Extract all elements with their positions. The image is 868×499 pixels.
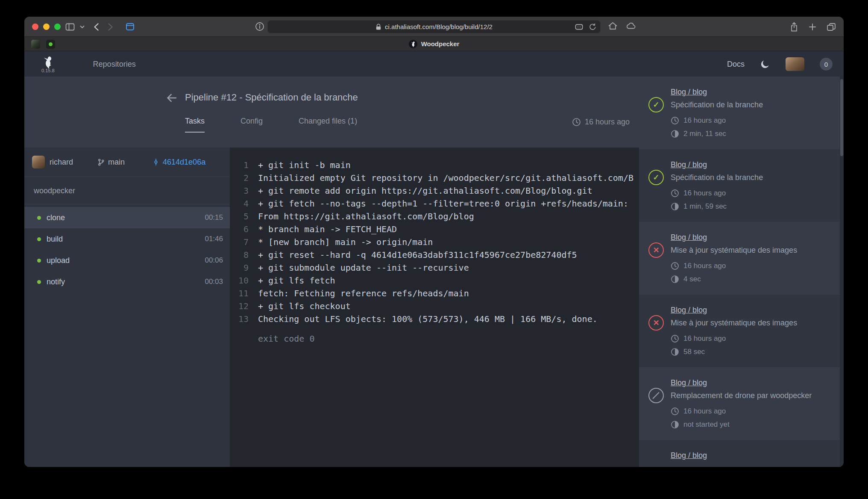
reload-icon[interactable] <box>588 23 596 31</box>
clock-icon <box>671 407 679 416</box>
start-page-icon[interactable] <box>126 23 135 31</box>
window-controls <box>32 17 61 37</box>
build-duration: 1 min, 59 sec <box>671 202 833 211</box>
step-upload[interactable]: upload 00:06 <box>24 250 230 271</box>
sidebar-toggle-icon[interactable] <box>65 23 75 31</box>
log-line: 3+ git remote add origin https://git.ath… <box>235 184 639 197</box>
pinned-tabs <box>31 37 55 51</box>
build-list-item[interactable]: ✓ Blog / blog Spécification de la branch… <box>639 77 844 149</box>
repo-link[interactable]: Blog / blog <box>671 88 707 97</box>
ago-text: 16 hours ago <box>683 262 726 270</box>
clock-icon <box>671 334 679 343</box>
build-list-item[interactable]: ✓ Blog / blog Spécification de la branch… <box>639 149 844 222</box>
clock-icon <box>671 116 679 125</box>
step-notify[interactable]: notify 00:03 <box>24 271 230 292</box>
repo-link[interactable]: Blog / blog <box>671 233 707 242</box>
step-duration: 01:46 <box>205 235 223 243</box>
tab-changed-files[interactable]: Changed files (1) <box>299 117 357 133</box>
branch-info[interactable]: main <box>97 158 125 167</box>
build-time-ago: 16 hours ago <box>671 189 833 198</box>
notification-badge[interactable]: 0 <box>820 58 833 71</box>
build-duration: 58 sec <box>671 348 833 356</box>
repo-link[interactable]: Blog / blog <box>671 306 707 315</box>
dark-mode-toggle-icon[interactable] <box>760 59 770 69</box>
page-info-icon[interactable] <box>255 22 264 31</box>
repo-link[interactable]: Blog / blog <box>671 378 707 387</box>
minimize-button[interactable] <box>43 24 50 30</box>
pipeline-time-ago: 16 hours ago <box>572 118 630 127</box>
steps-panel: richard main 4614d1e06a woodp <box>24 148 230 467</box>
back-button-icon[interactable] <box>93 23 99 31</box>
ago-text: 16 hours ago <box>683 334 726 343</box>
share-icon[interactable] <box>790 22 798 32</box>
close-button[interactable] <box>32 24 38 30</box>
desktop-background: ci.athaliasoft.com/Blog/blog/build/12/2 <box>0 0 868 499</box>
home-icon[interactable] <box>608 21 618 31</box>
commit-meta-row: richard main 4614d1e06a <box>24 148 230 177</box>
address-bar-right-icons <box>575 21 596 33</box>
woodpecker-logo[interactable]: 0.15.8 <box>41 56 55 73</box>
address-bar[interactable]: ci.athaliasoft.com/Blog/blog/build/12/2 <box>267 20 601 33</box>
step-build[interactable]: build 01:46 <box>24 228 230 250</box>
tab-overview-icon[interactable] <box>827 23 836 31</box>
content-blocker-badge-icon[interactable] <box>575 24 583 30</box>
pipeline-tabs: Tasks Config Changed files (1) <box>185 117 357 133</box>
repo-link[interactable]: Blog / blog <box>671 451 707 460</box>
lock-icon <box>375 24 381 30</box>
duration-text: 2 min, 11 sec <box>683 130 726 138</box>
nav-docs-link[interactable]: Docs <box>727 60 745 69</box>
sidebar-scrollbar[interactable] <box>840 77 844 467</box>
exit-code-line: exit code 0 <box>258 332 639 345</box>
tab-tasks[interactable]: Tasks <box>185 117 205 133</box>
duration-icon <box>671 130 679 138</box>
log-line: 9+ git submodule update --init --recursi… <box>235 261 639 274</box>
back-arrow-icon[interactable] <box>165 92 178 104</box>
chevron-down-icon[interactable] <box>80 25 85 29</box>
branch-name: main <box>108 158 125 167</box>
user-avatar[interactable] <box>786 57 804 71</box>
build-time-ago: 16 hours ago <box>671 116 833 125</box>
log-line: 7* [new branch] main -> origin/main <box>235 236 639 248</box>
active-tab[interactable]: Woodpecker <box>409 40 460 48</box>
duration-text: 58 sec <box>683 348 705 356</box>
log-line: 4+ git fetch --no-tags --depth=1 --filte… <box>235 197 639 210</box>
status-success-icon: ✓ <box>648 97 664 112</box>
toolbar-nav-cluster <box>65 17 135 37</box>
log-line: 11fetch: Fetching reference refs/heads/m… <box>235 287 639 300</box>
zoom-button[interactable] <box>54 24 61 30</box>
log-panel: 1+ git init -b main 2Initialized empty G… <box>230 148 639 467</box>
toolbar-right-cluster <box>790 17 836 37</box>
step-name: build <box>47 235 63 244</box>
pinned-tab-favicon-2[interactable] <box>46 40 55 49</box>
status-failure-icon: ✕ <box>648 242 664 258</box>
build-list-item[interactable]: Blog / blog Remplacement de drone par wo… <box>639 367 844 440</box>
step-status-dot <box>37 237 41 241</box>
build-title: Spécification de la branche <box>671 100 833 109</box>
step-duration: 00:03 <box>205 278 223 286</box>
build-list-item[interactable]: ✕ Blog / blog Mise à jour systématique d… <box>639 222 844 295</box>
icloud-tabs-icon[interactable] <box>626 22 636 30</box>
build-duration: 2 min, 11 sec <box>671 130 833 138</box>
build-list-item[interactable]: ✕ Blog / blog Mise à jour systématique d… <box>639 295 844 367</box>
status-success-icon: ✓ <box>648 170 664 185</box>
workflow-name: woodpecker <box>24 177 230 204</box>
step-clone[interactable]: clone 00:15 <box>24 207 230 228</box>
git-commit-icon <box>152 158 160 166</box>
new-tab-icon[interactable] <box>809 23 816 31</box>
forward-button-icon[interactable] <box>108 23 114 31</box>
scrollbar-thumb[interactable] <box>840 79 843 156</box>
pipeline-body: richard main 4614d1e06a woodp <box>24 148 639 467</box>
pipeline-header: Pipeline #12 - Spécification de la branc… <box>24 77 639 148</box>
ago-text: 16 hours ago <box>683 407 726 416</box>
pinned-tab-favicon-1[interactable] <box>31 40 40 49</box>
build-info: Blog / blog <box>671 451 833 467</box>
nav-repositories-link[interactable]: Repositories <box>93 60 136 69</box>
repo-link[interactable]: Blog / blog <box>671 160 707 169</box>
step-duration: 00:15 <box>205 213 223 222</box>
tab-config[interactable]: Config <box>240 117 263 133</box>
build-list-item[interactable]: Blog / blog <box>639 440 844 467</box>
log-line: 10+ git lfs fetch <box>235 274 639 287</box>
status-failure-icon: ✕ <box>648 315 664 331</box>
build-info: Blog / blog Spécification de la branche … <box>671 160 833 211</box>
commit-link[interactable]: 4614d1e06a <box>152 158 205 167</box>
